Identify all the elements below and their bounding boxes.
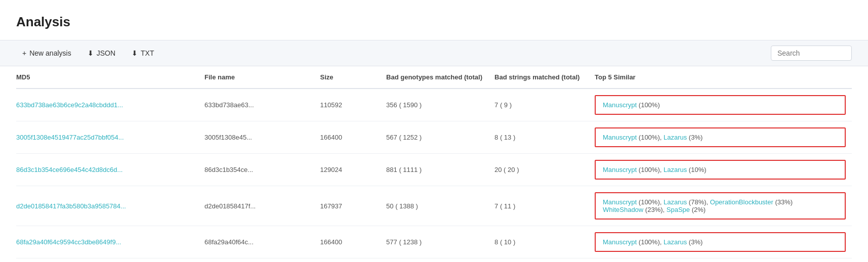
similar-cell: Manuscrypt (100%), Lazarus (3%) [595,232,846,252]
bad-strings-cell: 8 ( 13 ) [488,121,589,154]
size-cell: 110592 [314,89,381,121]
similar-link[interactable]: SpaSpe [667,206,690,213]
size-cell: 166400 [314,121,381,154]
table-container: MD5 File name Size Bad genotypes matched… [0,66,868,258]
bad-genotypes-cell: 356 ( 1590 ) [380,89,488,121]
bad-genotypes-cell: 881 ( 1111 ) [380,154,488,186]
size-cell: 167937 [314,186,381,226]
col-header-bad-strings: Bad strings matched (total) [488,66,589,89]
similar-cell: Manuscrypt (100%), Lazarus (3%) [595,127,846,147]
similar-link[interactable]: Manuscrypt [603,198,637,206]
txt-label: TXT [141,49,154,57]
similar-cell: Manuscrypt (100%) [595,95,846,115]
table-row: 68fa29a40f64c9594cc3dbe8649f9...68fa29a4… [16,226,852,258]
filename-cell: 68fa29a40f64c... [198,226,314,258]
export-txt-button[interactable]: ⬇ TXT [126,46,160,60]
md5-link[interactable]: 86d3c1b354ce696e454c42d8dc6d... [16,166,122,173]
similar-cell: Manuscrypt (100%), Lazarus (10%) [595,160,846,180]
bad-genotypes-cell: 50 ( 1388 ) [380,186,488,226]
md5-link[interactable]: 633bd738ae63b6ce9c2a48cbddd1... [16,101,123,109]
col-header-md5: MD5 [16,66,198,89]
export-json-button[interactable]: ⬇ JSON [81,46,121,60]
col-header-size: Size [314,66,381,89]
json-label: JSON [97,49,115,57]
table-row: d2de01858417fa3b580b3a9585784...d2de0185… [16,186,852,226]
download-txt-icon: ⬇ [132,49,138,57]
download-json-icon: ⬇ [88,49,94,57]
similar-link[interactable]: Lazarus [664,238,687,246]
similar-link[interactable]: Manuscrypt [603,101,637,109]
bad-strings-cell: 20 ( 20 ) [488,154,589,186]
table-row: 3005f1308e4519477ac25d7bbf054...3005f130… [16,121,852,154]
bad-strings-cell: 7 ( 11 ) [488,186,589,226]
md5-link[interactable]: d2de01858417fa3b580b3a9585784... [16,202,126,210]
top5-cell: Manuscrypt (100%), Lazarus (3%) [589,121,852,154]
search-container [771,46,852,61]
bad-genotypes-cell: 577 ( 1238 ) [380,226,488,258]
bad-strings-cell: 7 ( 9 ) [488,89,589,121]
similar-link[interactable]: WhiteShadow [603,206,643,213]
top5-cell: Manuscrypt (100%), Lazarus (3%) [589,226,852,258]
col-header-filename: File name [198,66,314,89]
plus-icon: + [22,49,26,57]
filename-cell: 3005f1308e45... [198,121,314,154]
similar-link[interactable]: OperationBlockbuster [710,198,773,206]
similar-link[interactable]: Lazarus [664,134,687,141]
filename-cell: 86d3c1b354ce... [198,154,314,186]
similar-link[interactable]: Manuscrypt [603,238,637,246]
table-row: 633bd738ae63b6ce9c2a48cbddd1...633bd738a… [16,89,852,121]
new-analysis-button[interactable]: + New analysis [16,46,77,60]
md5-link[interactable]: 3005f1308e4519477ac25d7bbf054... [16,134,124,141]
similar-cell: Manuscrypt (100%), Lazarus (78%), Operat… [595,192,846,220]
similar-link[interactable]: Lazarus [664,198,687,206]
size-cell: 166400 [314,226,381,258]
size-cell: 129024 [314,154,381,186]
search-input[interactable] [771,46,852,61]
top5-cell: Manuscrypt (100%), Lazarus (78%), Operat… [589,186,852,226]
toolbar: + New analysis ⬇ JSON ⬇ TXT [0,40,868,66]
table-row: 86d3c1b354ce696e454c42d8dc6d...86d3c1b35… [16,154,852,186]
filename-cell: 633bd738ae63... [198,89,314,121]
bad-genotypes-cell: 567 ( 1252 ) [380,121,488,154]
md5-link[interactable]: 68fa29a40f64c9594cc3dbe8649f9... [16,238,121,246]
col-header-top5: Top 5 Similar [589,66,852,89]
similar-link[interactable]: Lazarus [664,166,687,173]
top5-cell: Manuscrypt (100%), Lazarus (10%) [589,154,852,186]
similar-link[interactable]: Manuscrypt [603,166,637,173]
bad-strings-cell: 8 ( 10 ) [488,226,589,258]
analysis-table: MD5 File name Size Bad genotypes matched… [16,66,852,258]
top5-cell: Manuscrypt (100%) [589,89,852,121]
table-header-row: MD5 File name Size Bad genotypes matched… [16,66,852,89]
new-analysis-label: New analysis [29,49,71,57]
page-title: Analysis [0,0,868,40]
similar-link[interactable]: Manuscrypt [603,134,637,141]
filename-cell: d2de01858417f... [198,186,314,226]
col-header-bad-genotypes: Bad genotypes matched (total) [380,66,488,89]
